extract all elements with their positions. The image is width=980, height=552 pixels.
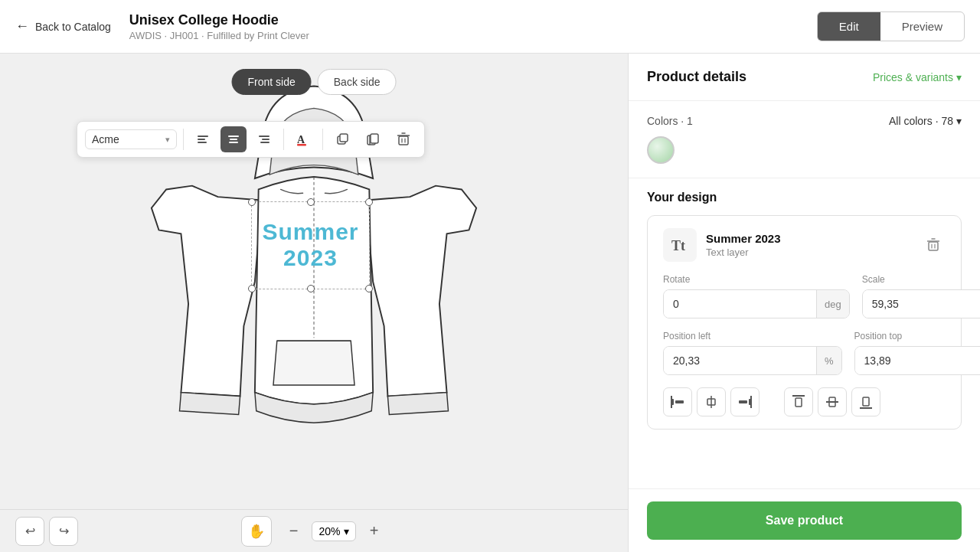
align-right-icon [257,132,271,146]
redo-button[interactable]: ↪ [49,517,78,546]
bottom-toolbar: ↩ ↪ ✋ − 20% ▾ + [0,509,628,552]
colors-section: Colors · 1 All colors · 78 ▾ [629,101,980,178]
resize-handle-bl[interactable] [248,285,256,292]
copy-icon [365,132,381,147]
resize-handle-tm[interactable] [307,198,315,206]
rotate-field-group: Rotate deg [663,274,850,318]
resize-handle-br[interactable] [365,285,373,292]
design-text-overlay[interactable]: Summer 2023 [251,201,370,289]
undo-button[interactable]: ↩ [15,517,44,546]
svg-rect-16 [399,136,408,145]
toolbar-separator-2 [283,129,284,150]
header: ← Back to Catalog Unisex College Hoodie … [0,0,980,54]
font-selector[interactable]: Acme ▾ [85,129,177,149]
svg-rect-0 [198,136,208,137]
delete-layer-button[interactable] [390,126,416,152]
all-colors-label: All colors · 78 [889,115,953,127]
align-right-button[interactable] [251,126,277,152]
font-name-label: Acme [92,133,119,145]
position-top-field-group: Position top % [854,331,980,375]
product-details-title: Product details [647,69,746,85]
rotate-input[interactable] [664,290,816,318]
all-colors-button[interactable]: All colors · 78 ▾ [889,115,962,127]
chevron-down-icon: ▾ [956,71,962,83]
preview-tab-button[interactable]: Preview [880,12,964,41]
zoom-in-button[interactable]: + [362,519,387,544]
zoom-dropdown-arrow-icon: ▾ [344,525,349,537]
trash-icon [926,237,941,253]
horizontal-align-group [663,387,760,416]
text-layer-icon: Tt [663,228,697,262]
toolbar-separator-1 [183,129,184,150]
svg-text:Tt: Tt [671,238,685,253]
font-dropdown-arrow-icon: ▾ [165,135,170,145]
position-left-input[interactable] [664,347,816,374]
svg-rect-7 [262,139,270,140]
rotate-label: Rotate [663,274,850,285]
layer-delete-button[interactable] [921,233,946,257]
layer-type: Text layer [706,247,912,258]
scale-input-wrap: % [862,289,980,318]
resize-handle-bm[interactable] [307,285,315,292]
align-left-edge-icon [670,394,685,410]
align-h-center-icon [704,394,719,410]
edit-tab-button[interactable]: Edit [818,12,880,41]
position-top-label: Position top [854,331,980,341]
scale-field-group: Scale % [862,274,980,318]
scale-label: Scale [862,274,980,285]
back-side-tab[interactable]: Back side [318,69,397,95]
edit-preview-toggle: Edit Preview [817,11,965,41]
align-bottom-edge-icon [858,394,874,410]
right-panel: Product details Prices & variants ▾ Colo… [628,54,980,552]
svg-rect-10 [297,144,306,146]
scale-input[interactable] [863,290,980,318]
svg-rect-24 [929,242,938,250]
align-left-edge-button[interactable] [663,387,692,416]
color-swatch-green[interactable] [647,136,675,164]
align-divider [766,387,778,416]
design-text-line2: 2023 [283,245,338,270]
zoom-out-button[interactable]: − [281,519,305,544]
duplicate-button[interactable] [329,126,355,152]
text-color-button[interactable]: A [290,126,316,152]
zoom-select[interactable]: 20% ▾ [312,521,355,541]
copy-button[interactable] [360,126,386,152]
svg-rect-14 [371,134,378,143]
side-tabs: Front side Back side [232,69,397,95]
text-color-icon: A [296,132,311,147]
delete-icon [396,132,411,147]
design-layer-card: Tt Summer 2023 Text layer [647,215,962,430]
layer-name: Summer 2023 [706,232,912,245]
align-center-button[interactable] [220,126,247,152]
svg-rect-37 [795,398,802,407]
svg-text:A: A [297,134,305,145]
prices-variants-link[interactable]: Prices & variants ▾ [873,71,962,83]
svg-rect-30 [675,400,684,403]
rotate-unit: deg [816,290,849,318]
save-product-button[interactable]: Save product [647,501,962,540]
align-top-edge-button[interactable] [784,387,813,416]
rotate-input-wrap: deg [663,289,850,318]
tt-icon: Tt [670,235,690,255]
align-horizontal-center-button[interactable] [697,387,726,416]
resize-handle-tr[interactable] [365,198,373,206]
svg-rect-6 [259,136,270,137]
align-bottom-edge-button[interactable] [851,387,880,416]
design-text-line1: Summer [262,219,358,244]
main-content: Front side Back side Acme ▾ [0,54,980,552]
position-top-input[interactable] [855,347,980,374]
svg-rect-35 [739,400,747,403]
back-to-catalog-button[interactable]: ← Back to Catalog [15,18,111,34]
align-left-button[interactable] [190,126,216,152]
svg-rect-2 [198,142,207,143]
align-right-edge-button[interactable] [730,387,760,416]
align-vertical-center-button[interactable] [818,387,847,416]
pan-tool-button[interactable]: ✋ [241,516,272,547]
position-left-label: Position left [663,331,842,341]
front-side-tab[interactable]: Front side [232,69,312,95]
resize-handle-tl[interactable] [248,198,256,206]
your-design-section: Your design Tt Summer 2023 Text layer [629,178,980,488]
prices-variants-label: Prices & variants [873,71,953,83]
colors-count-label: Colors · 1 [647,115,693,127]
zoom-value: 20% [318,525,340,537]
